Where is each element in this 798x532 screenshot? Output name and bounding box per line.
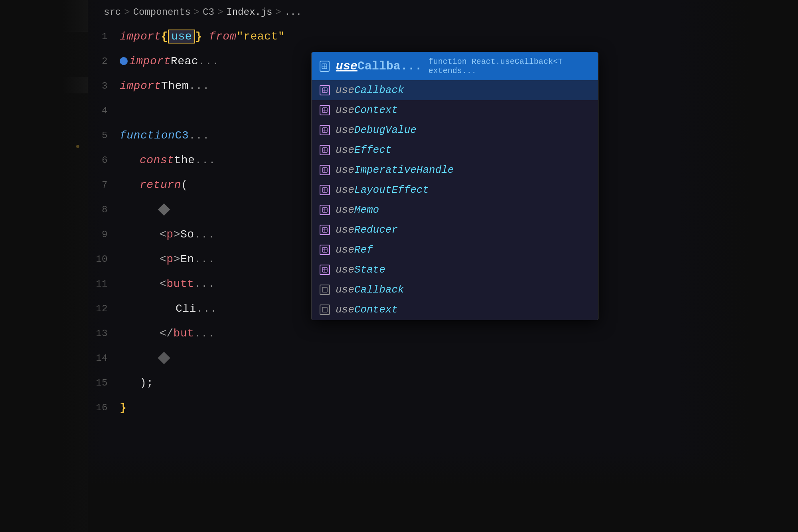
file-name-jsx: .jsx [8, 126, 27, 135]
ac-item-useImperativeHandle[interactable]: useImperativeHandle [312, 160, 598, 180]
ac-item-useRef[interactable]: useRef [312, 240, 598, 260]
ac-item-useLayoutEffect[interactable]: useLayoutEffect [312, 180, 598, 200]
line-num-6: 6 [88, 155, 120, 166]
file-item-jsx[interactable]: .jsx [0, 123, 88, 138]
paren-close-15: ); [140, 377, 154, 389]
code-line-1: 1 import { use } from "react" [88, 24, 798, 49]
file-item-ore[interactable]: ore [0, 198, 88, 213]
ac-icon-useReducer [320, 225, 330, 235]
ac-item-useDebugValue[interactable]: useDebugValue [312, 120, 598, 140]
editor-container: nts U .js U .jsx [0, 0, 798, 532]
sidebar-item-5[interactable]: U [0, 77, 88, 93]
ac-icon-useCallback2 [320, 285, 330, 295]
ac-item-useCallback[interactable]: useCallback [312, 80, 598, 100]
line6-ellipsis: ... [195, 154, 215, 166]
line12-ellipsis: ... [196, 303, 217, 315]
sidebar-label-highlight-5: U [6, 79, 19, 91]
ac-label-useLayoutEffect: useLayoutEffect [336, 184, 429, 196]
breadcrumb-sep4: > [276, 7, 281, 18]
jsx-tag-p-10: p [166, 253, 173, 265]
sidebar-top [0, 0, 88, 32]
cursor-dot [120, 57, 128, 65]
ac-item-useContext2[interactable]: useContext [312, 300, 598, 320]
highlight-use: use [168, 30, 195, 44]
ac-item-useState[interactable]: useState [312, 260, 598, 280]
breadcrumb-file: Index.js [226, 7, 272, 18]
line-num-15: 15 [88, 378, 120, 388]
sidebar-label-1: nts [13, 38, 29, 48]
line-num-4: 4 [88, 105, 120, 116]
str-react-1: "react" [237, 30, 285, 43]
sidebar: nts U .js U .jsx [0, 0, 88, 532]
brace-open-1: { [161, 30, 168, 43]
breadcrumb-dots: ... [284, 7, 302, 18]
file-item-css[interactable]: .css ● [0, 138, 88, 154]
autocomplete-dropdown[interactable]: useCallba... function React.useCallback<… [311, 52, 598, 320]
kw-return-7: return [140, 179, 181, 191]
dot-white-4 [6, 71, 10, 75]
dot-yellow-1 [6, 42, 10, 45]
ac-label-useMemo: useMemo [336, 204, 379, 216]
sidebar-item-4[interactable] [0, 68, 88, 77]
ac-item-useCallback2[interactable]: useCallback [312, 280, 598, 300]
line-num-7: 7 [88, 180, 120, 190]
line-num-3: 3 [88, 81, 120, 91]
sidebar-label-m2: M [6, 186, 10, 195]
line-num-14: 14 [88, 353, 120, 364]
sidebar-item-m2[interactable]: M [0, 184, 88, 198]
ac-label-useContext: useContext [336, 104, 398, 116]
sidebar-label-u2: U [6, 111, 10, 121]
dot-white-3 [6, 62, 10, 66]
line3-ellipsis: ... [189, 80, 209, 92]
sidebar-item-m1[interactable]: M [0, 154, 88, 168]
brace-close-1: } [195, 30, 202, 43]
jsx-tag-p-9: p [166, 228, 173, 241]
svg-rect-34 [322, 307, 327, 312]
breadcrumb-sep3: > [217, 7, 223, 18]
sidebar-item-2[interactable] [0, 51, 88, 59]
ac-label-useEffect: useEffect [336, 144, 391, 156]
breadcrumb-sep1: > [124, 7, 130, 18]
autocomplete-header[interactable]: useCallba... function React.useCallback<… [312, 52, 598, 80]
ac-item-useEffect[interactable]: useEffect [312, 140, 598, 160]
line13-ellipsis: ... [194, 327, 215, 340]
breadcrumb: src > Components > C3 > Index.js > ... [88, 0, 798, 24]
ac-label-useCallback: useCallback [336, 84, 404, 96]
ac-icon-useLayoutEffect [320, 185, 330, 195]
kw-function-5: function [120, 129, 175, 142]
jsx-tag-close-butt: but [174, 327, 194, 340]
line-num-1: 1 [88, 31, 120, 42]
sidebar-label-m1: M [6, 156, 10, 166]
line-content-1: import { use } from "react" [120, 30, 798, 44]
ac-icon-useEffect [320, 145, 330, 155]
ac-item-useMemo[interactable]: useMemo [312, 200, 598, 220]
sidebar-item-u2[interactable]: U [0, 109, 88, 123]
ac-label-useDebugValue: useDebugValue [336, 124, 417, 136]
line-content-16: } [120, 401, 798, 414]
ac-icon-useImperativeHandle [320, 165, 330, 175]
ac-item-useContext[interactable]: useContext [312, 100, 598, 120]
code-line-14: 14 [88, 346, 798, 370]
blur-overlay-bottom [88, 452, 798, 532]
file-item-json[interactable]: k.json [0, 168, 88, 184]
ac-item-useReducer[interactable]: useReducer [312, 220, 598, 240]
kw-import-2: import [129, 55, 171, 67]
file-name-css: .css [8, 142, 27, 151]
jsx-bracket-10a: < [160, 253, 166, 265]
line2-ellipsis: ... [198, 55, 219, 67]
sidebar-item-1[interactable]: nts [0, 36, 88, 51]
breadcrumb-src: src [104, 7, 121, 18]
line-num-13: 13 [88, 328, 120, 339]
line-num-16: 16 [88, 402, 120, 413]
file-item-js[interactable]: .js [0, 93, 88, 109]
text-en: En [180, 253, 194, 265]
line-content-13: </ but ... [120, 327, 798, 340]
kw-import-1: import [120, 30, 161, 43]
line-num-8: 8 [88, 204, 120, 215]
breadcrumb-sep2: > [194, 7, 200, 18]
ac-icon-useContext [320, 105, 330, 115]
diamond-icon [158, 203, 170, 216]
ident-the: the [174, 154, 195, 166]
ac-icon-useState [320, 265, 330, 275]
sidebar-item-3[interactable] [0, 59, 88, 68]
